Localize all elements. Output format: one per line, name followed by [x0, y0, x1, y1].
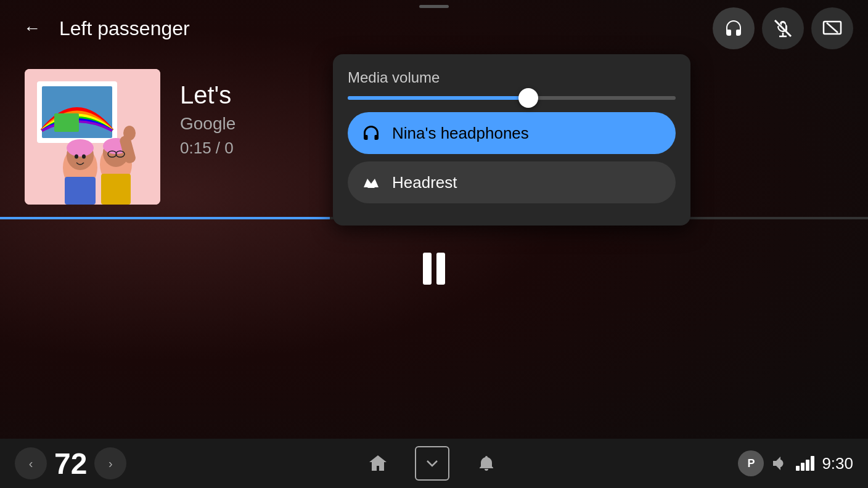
svg-rect-8 [54, 113, 79, 132]
home-icon [368, 453, 388, 473]
drag-handle [419, 5, 449, 8]
output-option-headphones-label: Nina's headphones [392, 124, 529, 143]
screen-off-icon [822, 18, 843, 39]
page-title: Left passenger [59, 17, 190, 40]
album-illustration [25, 69, 160, 205]
bell-icon [477, 454, 496, 473]
svg-rect-25 [367, 186, 375, 188]
controls-area [0, 244, 868, 293]
channel-number: 72 [54, 447, 87, 481]
mic-off-icon [772, 18, 793, 39]
volume-label: Media volume [348, 69, 676, 86]
pause-icon [423, 253, 445, 285]
notification-button[interactable] [469, 446, 504, 481]
volume-panel: Media volume Nina's headphones Headrest [333, 54, 690, 226]
progress-fill [0, 217, 330, 219]
bottom-right: P 9:30 [738, 450, 853, 476]
back-arrow-icon: ← [23, 18, 41, 38]
time-display: 9:30 [822, 454, 853, 473]
bottom-left: ‹ 72 › [15, 447, 126, 481]
back-button[interactable]: ← [15, 11, 49, 46]
svg-point-12 [67, 139, 94, 157]
pause-bar-left [423, 253, 432, 285]
top-bar-actions [713, 7, 853, 49]
svg-rect-16 [101, 174, 131, 205]
bottom-center [361, 446, 504, 481]
mic-off-button[interactable] [762, 7, 804, 49]
svg-line-4 [827, 23, 838, 33]
volume-slider-fill [348, 96, 528, 100]
svg-point-20 [123, 126, 136, 140]
headphones-option-icon [361, 123, 381, 143]
output-option-headphones[interactable]: Nina's headphones [348, 112, 676, 154]
album-art [25, 69, 160, 205]
svg-point-14 [82, 155, 86, 159]
dropdown-icon [424, 455, 441, 472]
home-button[interactable] [361, 446, 395, 481]
volume-slider-thumb[interactable] [518, 88, 538, 108]
output-option-headrest-label: Headrest [392, 173, 457, 192]
pause-button[interactable] [409, 244, 459, 293]
signal-bar-3 [806, 460, 809, 471]
signal-bars [796, 456, 814, 471]
status-p-badge: P [738, 450, 764, 476]
channel-back-icon: ‹ [29, 457, 33, 471]
screen-off-button[interactable] [811, 7, 853, 49]
top-bar: ← Left passenger [0, 0, 868, 57]
signal-bar-1 [796, 466, 800, 471]
headrest-option-icon [361, 173, 381, 192]
volume-slider-container[interactable] [348, 96, 676, 100]
dropdown-button[interactable] [415, 446, 449, 481]
signal-bar-2 [801, 463, 805, 471]
volume-status-icon [771, 455, 788, 472]
signal-bar-4 [811, 456, 814, 471]
bottom-nav: ‹ 72 › P [0, 439, 868, 488]
channel-forward-button[interactable]: › [94, 447, 126, 479]
headphones-icon [723, 17, 745, 39]
volume-slider-track[interactable] [348, 96, 676, 100]
svg-point-13 [75, 155, 78, 159]
channel-forward-icon: › [108, 457, 113, 471]
headphones-button[interactable] [713, 7, 755, 49]
pause-bar-right [436, 253, 445, 285]
status-p-label: P [747, 457, 755, 470]
svg-marker-24 [364, 179, 379, 187]
svg-rect-10 [65, 177, 96, 205]
output-option-headrest[interactable]: Headrest [348, 161, 676, 203]
channel-back-button[interactable]: ‹ [15, 447, 47, 479]
